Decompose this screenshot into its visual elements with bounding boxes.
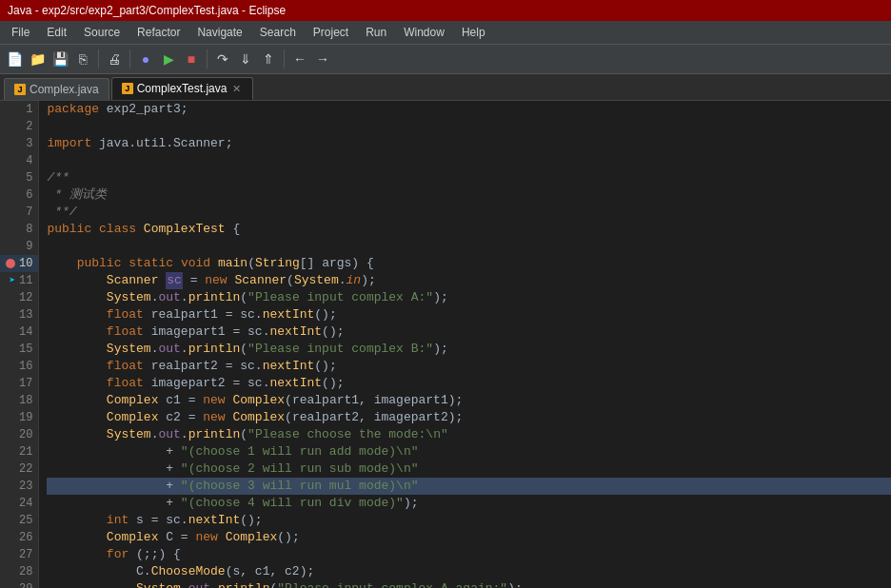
line-3: 3 [0,135,38,152]
code-line-11: Scanner sc = new Scanner(System.in); [47,272,891,289]
menu-window[interactable]: Window [396,24,452,41]
run-button[interactable]: ▶ [158,49,179,69]
line-7: 7 [0,204,38,221]
menu-run[interactable]: Run [358,24,394,41]
step-into-button[interactable]: ⇓ [235,49,256,69]
code-line-18: Complex c1 = new Complex(realpart1, imag… [47,392,891,409]
line-13: 13 [0,306,38,323]
menu-source[interactable]: Source [76,24,128,41]
save-all-button[interactable]: ⎘ [72,49,93,69]
code-line-26: Complex C = new Complex(); [47,529,891,546]
line-11: ➤11 [0,272,38,289]
code-line-10: public static void main(String[] args) { [47,255,891,272]
sep4 [284,49,285,69]
stop-button[interactable]: ■ [181,49,202,69]
line-14: 14 [0,323,38,341]
line-25: 25 [0,512,38,529]
line-29: 29 [0,580,38,588]
code-line-13: float realpart1 = sc.nextInt(); [47,306,891,323]
breakpoint-dot [6,259,15,268]
sep1 [98,49,99,69]
menu-refactor[interactable]: Refactor [129,24,188,41]
open-button[interactable]: 📁 [27,49,48,69]
line-9: 9 [0,238,38,255]
code-line-19: Complex c2 = new Complex(realpart2, imag… [47,409,891,426]
line-1: 1 [0,101,38,118]
save-button[interactable]: 💾 [50,49,70,69]
line-15: 15 [0,341,38,358]
line-12: 12 [0,289,38,306]
toolbar: 📄 📁 💾 ⎘ 🖨 ● ▶ ■ ↷ ⇓ ⇑ ← → [0,44,891,74]
sep2 [129,49,130,69]
line-18: 18 [0,392,38,409]
tab-complex-label: Complex.java [30,83,99,96]
code-line-14: float imagepart1 = sc.nextInt(); [47,323,891,341]
line-8: 8 [0,221,38,238]
tab-complextest[interactable]: J ComplexTest.java ✕ [111,77,254,100]
code-line-12: System.out.println("Please input complex… [47,289,891,306]
menu-file[interactable]: File [4,24,37,41]
java-icon-2: J [122,83,133,94]
new-button[interactable]: 📄 [4,49,25,69]
debug-button[interactable]: ● [135,49,156,69]
code-line-7: **/ [47,204,891,221]
code-line-28: C.ChooseMode(s, c1, c2); [47,563,891,580]
line-2: 2 [0,118,38,135]
code-line-21: + "(choose 1 will run add mode)\n" [47,443,891,461]
line-23: 23 [0,478,38,495]
step-out-button[interactable]: ⇑ [258,49,279,69]
print-button[interactable]: 🖨 [104,49,125,69]
code-line-9 [47,238,891,255]
line-5: 5 [0,169,38,186]
tab-close-button[interactable]: ✕ [230,83,243,95]
line-24: 24 [0,495,38,512]
code-line-22: + "(choose 2 will run sub mode)\n" [47,461,891,478]
line-17: 17 [0,375,38,392]
editor: 1 2 3 4 5 6 7 8 9 10 ➤11 12 13 14 15 16 … [0,101,891,588]
menu-help[interactable]: Help [454,24,493,41]
line-10: 10 [0,255,38,272]
line-20: 20 [0,426,38,443]
step-over-button[interactable]: ↷ [212,49,233,69]
sep3 [207,49,208,69]
menu-navigate[interactable]: Navigate [189,24,249,41]
redo-button[interactable]: → [312,49,333,69]
line-27: 27 [0,546,38,563]
menu-project[interactable]: Project [306,24,356,41]
code-line-27: for (;;) { [47,546,891,563]
menu-search[interactable]: Search [252,24,304,41]
code-line-6: * 测试类 [47,186,891,204]
code-line-3: import java.util.Scanner; [47,135,891,152]
code-line-2 [47,118,891,135]
undo-button[interactable]: ← [289,49,310,69]
menu-edit[interactable]: Edit [39,24,74,41]
code-line-29: System.out.println("Please input complex… [47,580,891,588]
code-line-15: System.out.println("Please input complex… [47,341,891,358]
code-line-20: System.out.println("Please choose the mo… [47,426,891,443]
tab-complex[interactable]: J Complex.java [4,78,109,100]
title-bar: Java - exp2/src/exp2_part3/ComplexTest.j… [0,0,891,21]
line-19: 19 [0,409,38,426]
code-line-4 [47,152,891,169]
code-area[interactable]: package exp2_part3; import java.util.Sca… [39,101,891,588]
menu-bar: File Edit Source Refactor Navigate Searc… [0,21,891,44]
code-line-16: float realpart2 = sc.nextInt(); [47,358,891,375]
arrow-icon: ➤ [9,272,15,289]
code-line-25: int s = sc.nextInt(); [47,512,891,529]
tab-bar: J Complex.java J ComplexTest.java ✕ [0,74,891,101]
code-line-5: /** [47,169,891,186]
line-gutter: 1 2 3 4 5 6 7 8 9 10 ➤11 12 13 14 15 16 … [0,101,39,588]
code-line-17: float imagepart2 = sc.nextInt(); [47,375,891,392]
line-22: 22 [0,461,38,478]
line-26: 26 [0,529,38,546]
code-line-1: package exp2_part3; [47,101,891,118]
title-text: Java - exp2/src/exp2_part3/ComplexTest.j… [8,4,286,17]
code-line-8: public class ComplexTest { [47,221,891,238]
tab-complextest-label: ComplexTest.java [137,82,228,95]
java-icon: J [14,84,26,95]
line-4: 4 [0,152,38,169]
line-16: 16 [0,358,38,375]
line-6: 6 [0,186,38,204]
code-line-23: + "(choose 3 will run mul mode)\n" [47,478,891,495]
code-line-24: + "(choose 4 will run div mode)"); [47,495,891,512]
